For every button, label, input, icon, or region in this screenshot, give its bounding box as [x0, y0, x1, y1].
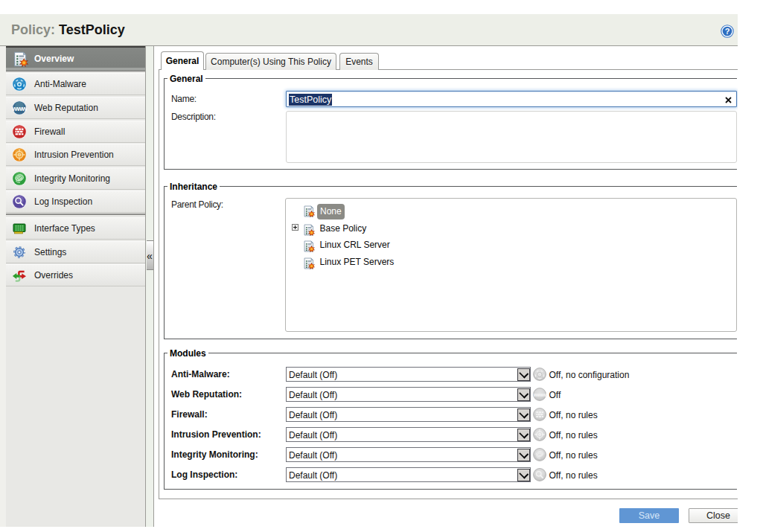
svg-text:?: ? [725, 27, 730, 36]
svg-text:www: www [12, 104, 27, 112]
svg-text:www: www [533, 391, 546, 398]
